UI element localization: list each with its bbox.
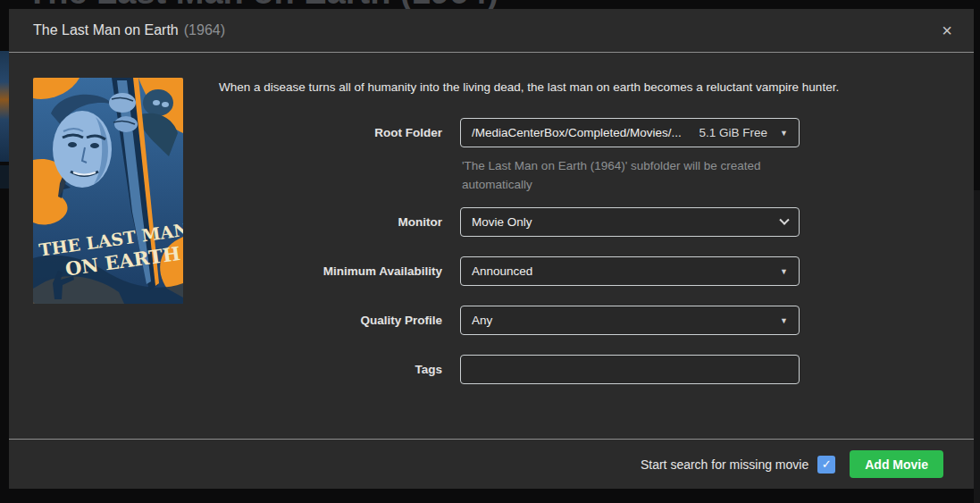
monitor-row: Monitor Movie Only [9, 207, 800, 237]
chevron-down-icon [779, 214, 789, 224]
add-movie-modal: The Last Man on Earth(1964) × [9, 9, 974, 489]
tags-input[interactable] [460, 355, 800, 384]
quality-profile-label: Quality Profile [9, 314, 442, 327]
quality-profile-row: Quality Profile Any ▼ [9, 306, 800, 335]
background-right-edge [974, 190, 980, 503]
root-folder-label: Root Folder [9, 126, 442, 139]
start-search-label: Start search for missing movie [641, 457, 808, 472]
root-folder-row: Root Folder /MediaCenterBox/Completed/Mo… [9, 118, 800, 147]
add-movie-button[interactable]: Add Movie [850, 450, 943, 478]
modal-footer: Start search for missing movie ✓ Add Mov… [9, 439, 974, 489]
monitor-select[interactable]: Movie Only [460, 207, 800, 237]
minimum-availability-row: Minimum Availability Announced ▼ [9, 256, 800, 286]
modal-header: The Last Man on Earth(1964) × [9, 9, 974, 53]
modal-body: THE LAST MAN ON EARTH When a disease tur… [9, 53, 974, 438]
monitor-label: Monitor [9, 215, 442, 229]
background-poster-sliver-dark [0, 165, 9, 189]
tags-label: Tags [9, 363, 442, 376]
monitor-value: Movie Only [472, 215, 781, 229]
movie-title-text: The Last Man on Earth [33, 22, 179, 38]
close-icon[interactable]: × [942, 21, 952, 39]
caret-down-icon: ▼ [780, 267, 788, 276]
root-folder-helper-text: 'The Last Man on Earth (1964)' subfolder… [462, 156, 794, 194]
start-search-checkbox[interactable]: ✓ [817, 456, 835, 474]
minimum-availability-value: Announced [472, 264, 780, 278]
checkmark-icon: ✓ [822, 457, 832, 471]
root-folder-select[interactable]: /MediaCenterBox/Completed/Movies/... 5.1… [460, 118, 800, 147]
caret-down-icon: ▼ [780, 316, 788, 325]
caret-down-icon: ▼ [780, 129, 788, 138]
tags-row: Tags [9, 355, 800, 384]
page-background: The Last Man on Earth (1964) The Last Ma… [0, 0, 980, 503]
quality-profile-value: Any [472, 314, 780, 327]
root-folder-value: /MediaCenterBox/Completed/Movies/... [472, 126, 699, 139]
movie-year-text: (1964) [184, 22, 225, 38]
root-folder-free-space: 5.1 GiB Free [699, 126, 768, 139]
modal-title: The Last Man on Earth(1964) [33, 22, 225, 38]
background-poster-sliver [0, 51, 9, 162]
minimum-availability-select[interactable]: Announced ▼ [460, 256, 800, 286]
minimum-availability-label: Minimum Availability [9, 264, 442, 278]
quality-profile-select[interactable]: Any ▼ [460, 306, 800, 335]
movie-overview: When a disease turns all of humanity int… [219, 80, 940, 96]
